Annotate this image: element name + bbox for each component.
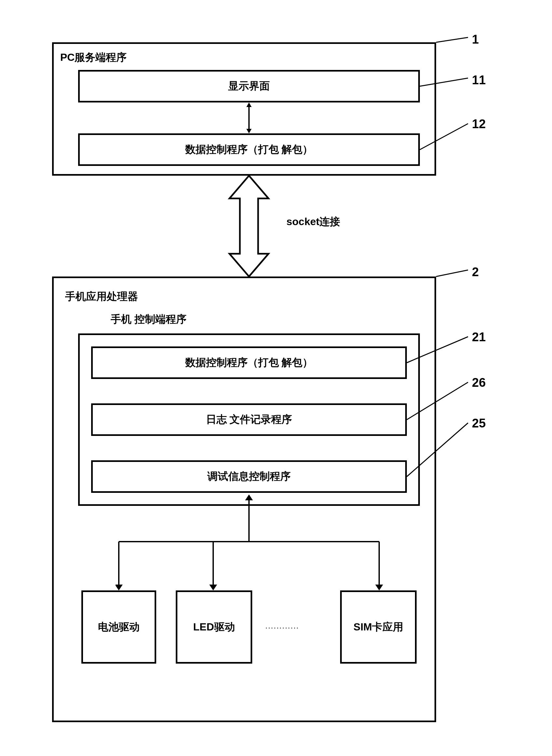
label-1: 1 (472, 32, 479, 46)
socket-arrow (226, 176, 272, 276)
svg-line-16 (436, 270, 468, 276)
socket-connection-label: socket连接 (286, 215, 340, 229)
pc-server-title: PC服务端程序 (60, 50, 127, 65)
display-interface-label: 显示界面 (228, 79, 270, 93)
display-data-arrow (246, 103, 252, 133)
phone-data-control-box: 数据控制程序（打包 解包） (91, 347, 407, 379)
label-21: 21 (472, 330, 486, 344)
svg-marker-8 (116, 585, 123, 590)
pc-data-control-box: 数据控制程序（打包 解包） (78, 133, 420, 166)
log-file-box: 日志 文件记录程序 (91, 403, 407, 436)
battery-driver-label: 电池驱动 (98, 620, 140, 634)
debug-info-label: 调试信息控制程序 (207, 469, 291, 484)
phone-control-title: 手机 控制端程序 (111, 312, 186, 327)
log-file-label: 日志 文件记录程序 (206, 412, 292, 427)
label-11: 11 (472, 73, 486, 87)
svg-marker-2 (246, 129, 252, 133)
battery-driver-box: 电池驱动 (82, 590, 156, 664)
display-interface-box: 显示界面 (78, 70, 420, 103)
system-diagram: PC服务端程序 显示界面 数据控制程序（打包 解包） socket连接 手机应用… (39, 26, 495, 742)
fork-connector (116, 495, 386, 592)
svg-marker-1 (246, 103, 252, 107)
sim-app-label: SIM卡应用 (354, 620, 403, 634)
label-12: 12 (472, 117, 486, 131)
led-driver-label: LED驱动 (193, 620, 235, 634)
phone-processor-title: 手机应用处理器 (65, 290, 138, 304)
svg-marker-12 (375, 585, 383, 590)
label-2: 2 (472, 265, 479, 279)
phone-data-control-label: 数据控制程序（打包 解包） (185, 356, 313, 370)
svg-marker-3 (230, 176, 269, 276)
debug-info-box: 调试信息控制程序 (91, 460, 407, 493)
svg-marker-10 (209, 585, 217, 590)
sim-app-box: SIM卡应用 (340, 590, 417, 664)
svg-line-13 (436, 37, 468, 42)
led-driver-box: LED驱动 (176, 590, 252, 664)
label-25: 25 (472, 416, 486, 430)
ellipsis-dots: ············ (265, 623, 299, 632)
label-26: 26 (472, 376, 486, 390)
pc-data-control-label: 数据控制程序（打包 解包） (185, 143, 313, 157)
